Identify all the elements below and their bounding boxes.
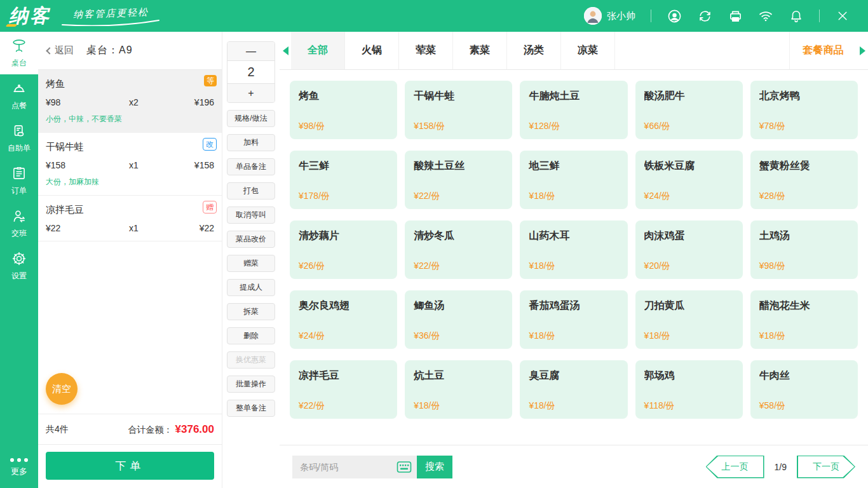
dish-price: ¥58/份 bbox=[759, 400, 849, 412]
dish-name: 烤鱼 bbox=[299, 90, 388, 103]
dish-card[interactable]: 醋泡花生米 ¥18/份 bbox=[750, 290, 858, 349]
bell-icon[interactable] bbox=[789, 8, 804, 24]
dish-card[interactable]: 烤鱼 ¥98/份 bbox=[290, 81, 397, 139]
sidebar-item-tables[interactable]: 桌台 bbox=[0, 32, 38, 74]
change-price-button[interactable]: 菜品改价 bbox=[227, 231, 275, 248]
dish-card[interactable]: 清炒冬瓜 ¥22/份 bbox=[405, 220, 512, 279]
whole-order-remark-button[interactable]: 整单备注 bbox=[227, 400, 275, 417]
tab-meat[interactable]: 荤菜 bbox=[399, 32, 453, 69]
sync-icon[interactable] bbox=[697, 8, 712, 24]
dish-card[interactable]: 蟹黄粉丝煲 ¥28/份 bbox=[750, 151, 858, 209]
back-button[interactable]: 返回 bbox=[47, 44, 74, 57]
batch-operation-button[interactable]: 批量操作 bbox=[227, 376, 275, 393]
order-panel-header: 返回 桌台：A9 bbox=[38, 32, 222, 70]
dish-name: 酸汤肥牛 bbox=[644, 90, 734, 103]
qty-minus-button[interactable]: — bbox=[227, 42, 275, 60]
dish-card[interactable]: 酸汤肥牛 ¥66/份 bbox=[635, 81, 743, 139]
printer-icon[interactable] bbox=[728, 8, 743, 24]
dish-name: 鲫鱼汤 bbox=[414, 299, 503, 313]
keyboard-icon[interactable] bbox=[397, 461, 412, 473]
tabs-scroll-right-button[interactable] bbox=[857, 32, 868, 69]
dish-name: 土鸡汤 bbox=[759, 229, 849, 243]
search-button[interactable]: 搜索 bbox=[417, 456, 452, 478]
dish-card[interactable]: 铁板米豆腐 ¥24/份 bbox=[635, 151, 743, 209]
item-remark-button[interactable]: 单品备注 bbox=[227, 158, 275, 175]
dish-name: 郭场鸡 bbox=[644, 369, 734, 383]
order-item[interactable]: 凉拌毛豆 赠 ¥22 x1 ¥22 bbox=[38, 196, 222, 241]
brand-logo: 纳客 纳客管店更轻松 bbox=[9, 6, 161, 26]
dish-card[interactable]: 干锅牛蛙 ¥158/份 bbox=[405, 81, 512, 139]
dish-card[interactable]: 牛三鲜 ¥178/份 bbox=[290, 151, 397, 209]
order-item[interactable]: 干锅牛蛙 改 ¥158 x1 ¥158 大份，加麻加辣 bbox=[38, 133, 222, 196]
dish-card[interactable]: 地三鲜 ¥18/份 bbox=[520, 151, 627, 209]
sidebar-item-label: 点餐 bbox=[11, 100, 27, 111]
dish-name: 铁板米豆腐 bbox=[644, 159, 734, 173]
menu-main: 全部 火锅 荤菜 素菜 汤类 凉菜 套餐商品 烤鱼 ¥98/份 干锅牛蛙 ¥15… bbox=[280, 32, 868, 488]
dish-card[interactable]: 清炒藕片 ¥26/份 bbox=[290, 220, 397, 279]
dish-price: ¥36/份 bbox=[414, 330, 503, 342]
dish-card[interactable]: 肉沫鸡蛋 ¥20/份 bbox=[635, 220, 743, 279]
dish-name: 清炒藕片 bbox=[299, 229, 388, 243]
dish-card[interactable]: 郭场鸡 ¥118/份 bbox=[635, 360, 743, 419]
qty-plus-button[interactable]: + bbox=[227, 84, 275, 102]
dish-card[interactable]: 北京烤鸭 ¥78/份 bbox=[750, 81, 858, 139]
dish-card[interactable]: 刀拍黄瓜 ¥18/份 bbox=[635, 290, 743, 349]
sidebar-item-self-order[interactable]: 自助单 bbox=[0, 117, 38, 159]
commission-person-button[interactable]: 提成人 bbox=[227, 279, 275, 296]
sidebar-item-shift[interactable]: 交班 bbox=[0, 202, 38, 245]
close-icon[interactable] bbox=[835, 8, 850, 24]
sidebar-item-order-food[interactable]: 点餐 bbox=[0, 74, 38, 117]
dish-card[interactable]: 炕土豆 ¥18/份 bbox=[405, 360, 512, 419]
prev-page-button[interactable]: 上一页 bbox=[706, 456, 764, 478]
gift-dish-button[interactable]: 赠菜 bbox=[227, 255, 275, 272]
dish-card[interactable]: 山药木耳 ¥18/份 bbox=[520, 220, 627, 279]
clear-button[interactable]: 清空 bbox=[46, 373, 78, 405]
dish-name: 干锅牛蛙 bbox=[414, 90, 503, 103]
order-item[interactable]: 烤鱼 等 ¥98 x2 ¥196 小份，中辣，不要香菜 bbox=[38, 70, 222, 133]
tab-combo-products[interactable]: 套餐商品 bbox=[789, 32, 857, 69]
dish-card[interactable]: 臭豆腐 ¥18/份 bbox=[520, 360, 627, 419]
dish-card[interactable]: 番茄鸡蛋汤 ¥18/份 bbox=[520, 290, 627, 349]
dish-card[interactable]: 牛腩炖土豆 ¥128/份 bbox=[520, 81, 627, 139]
dish-card[interactable]: 牛肉丝 ¥58/份 bbox=[750, 360, 858, 419]
place-order-button[interactable]: 下单 bbox=[46, 452, 214, 480]
sidebar-item-settings[interactable]: 设置 bbox=[0, 245, 38, 287]
takeout-button[interactable]: 打包 bbox=[227, 182, 275, 200]
split-dish-button[interactable]: 拆菜 bbox=[227, 303, 275, 320]
customer-service-icon[interactable] bbox=[667, 8, 682, 24]
tab-cold-dish[interactable]: 凉菜 bbox=[561, 32, 615, 69]
next-page-button[interactable]: 下一页 bbox=[797, 456, 855, 478]
dish-card[interactable]: 凉拌毛豆 ¥22/份 bbox=[290, 360, 397, 419]
dish-name: 番茄鸡蛋汤 bbox=[529, 299, 618, 313]
tabbar-spacer bbox=[615, 32, 789, 69]
dish-name: 山药木耳 bbox=[529, 229, 618, 243]
spec-method-button[interactable]: 规格/做法 bbox=[227, 110, 275, 127]
sidebar: 桌台 点餐 自助单 bbox=[0, 32, 38, 488]
dish-name: 牛肉丝 bbox=[759, 369, 849, 383]
dish-name: 蟹黄粉丝煲 bbox=[759, 159, 849, 173]
delete-button[interactable]: 删除 bbox=[227, 327, 275, 344]
cancel-wait-button[interactable]: 取消等叫 bbox=[227, 207, 275, 224]
tab-soup[interactable]: 汤类 bbox=[507, 32, 561, 69]
tab-all[interactable]: 全部 bbox=[291, 32, 345, 69]
sidebar-item-orders[interactable]: 订单 bbox=[0, 159, 38, 202]
quantity-stepper: — 2 + bbox=[227, 41, 275, 103]
dish-card[interactable]: 奥尔良鸡翅 ¥24/份 bbox=[290, 290, 397, 349]
dish-price: ¥98/份 bbox=[299, 121, 388, 132]
dish-card[interactable]: 酸辣土豆丝 ¥22/份 bbox=[405, 151, 512, 209]
sidebar-item-label: 交班 bbox=[11, 228, 27, 239]
user-chip[interactable]: 张小帅 bbox=[584, 7, 635, 25]
dish-card[interactable]: 土鸡汤 ¥98/份 bbox=[750, 220, 858, 279]
dish-price: ¥18/份 bbox=[529, 261, 618, 272]
tab-hotpot[interactable]: 火锅 bbox=[345, 32, 399, 69]
wifi-icon[interactable] bbox=[758, 8, 773, 24]
triangle-right-icon bbox=[860, 46, 865, 55]
tab-vegetable[interactable]: 素菜 bbox=[453, 32, 507, 69]
logo-accent bbox=[6, 24, 17, 27]
sidebar-item-more[interactable]: 更多 bbox=[0, 447, 38, 488]
add-ingredient-button[interactable]: 加料 bbox=[227, 134, 275, 151]
dish-price: ¥18/份 bbox=[529, 330, 618, 342]
next-page-label: 下一页 bbox=[798, 456, 855, 477]
tabs-scroll-left-button[interactable] bbox=[280, 32, 291, 69]
dish-card[interactable]: 鲫鱼汤 ¥36/份 bbox=[405, 290, 512, 349]
